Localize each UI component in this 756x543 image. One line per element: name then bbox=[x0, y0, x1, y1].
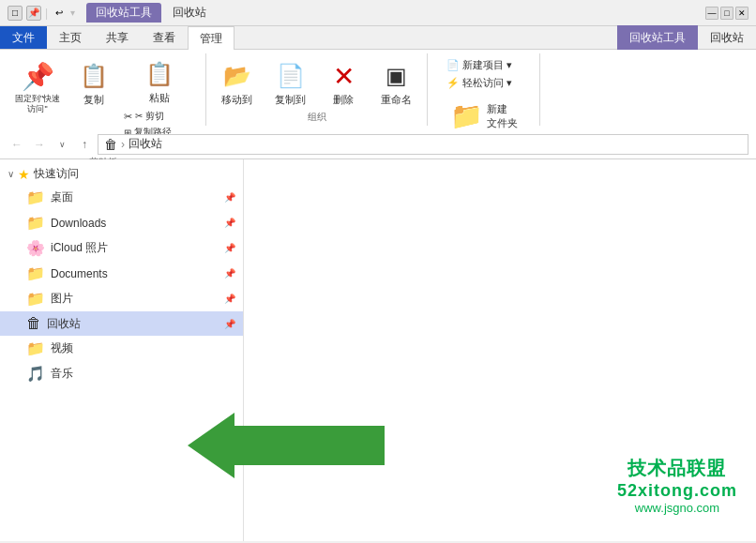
organize-group-label: 组织 bbox=[308, 111, 326, 126]
folder-icon-videos: 📁 bbox=[26, 339, 45, 357]
sidebar-item-desktop[interactable]: 📁 桌面 📌 bbox=[0, 185, 243, 210]
forward-button[interactable]: → bbox=[30, 135, 49, 154]
scissors-icon: ✂ bbox=[124, 111, 132, 123]
pin-icon-documents: 📌 bbox=[224, 268, 235, 279]
minimize-button[interactable]: — bbox=[705, 7, 718, 20]
sidebar-item-downloads-label: Downloads bbox=[51, 217, 106, 230]
address-path-text: 回收站 bbox=[129, 136, 162, 152]
address-separator: › bbox=[121, 138, 125, 151]
paste-button[interactable]: 📋 粘贴 bbox=[137, 57, 182, 107]
paste-icon: 📋 bbox=[144, 59, 174, 89]
title-bar: □ 📌 | ↩ ▾ 回收站工具 回收站 — □ ✕ bbox=[0, 0, 756, 26]
ribbon-context-tab-label: 回收站工具 bbox=[86, 3, 161, 23]
folder-icon-downloads: 📁 bbox=[26, 214, 45, 232]
sidebar-item-pictures-label: 图片 bbox=[51, 291, 73, 307]
tab-home[interactable]: 主页 bbox=[47, 26, 94, 49]
new-item-button[interactable]: 📄 新建项目 ▾ bbox=[443, 57, 516, 73]
tab-recycle-tool[interactable]: 回收站工具 bbox=[617, 25, 698, 50]
back-button[interactable]: ← bbox=[8, 135, 26, 154]
sidebar-item-icloud-photos[interactable]: 🌸 iCloud 照片 📌 bbox=[0, 235, 243, 261]
arrow-head bbox=[188, 413, 234, 478]
star-icon: ★ bbox=[18, 167, 30, 182]
delete-icon: ✕ bbox=[328, 61, 358, 91]
sidebar-item-desktop-label: 桌面 bbox=[51, 189, 73, 205]
title-bar-icons: □ 📌 | ↩ ▾ bbox=[8, 6, 75, 21]
arrow-container bbox=[188, 413, 385, 478]
tab-view[interactable]: 查看 bbox=[141, 26, 188, 49]
pin-icon-downloads: 📌 bbox=[224, 218, 235, 228]
tab-manage[interactable]: 管理 bbox=[188, 26, 234, 50]
copy-to-icon: 📄 bbox=[276, 61, 306, 91]
folder-icon-icloud: 🌸 bbox=[26, 239, 45, 257]
sidebar-item-videos-label: 视频 bbox=[51, 340, 73, 356]
rename-button[interactable]: ▣ 重命名 bbox=[373, 57, 419, 111]
new-item-icon: 📄 bbox=[446, 59, 460, 71]
folder-icon-documents: 📁 bbox=[26, 264, 45, 282]
ribbon-content: 📌 固定到"快速访问" 📋 复制 📋 粘贴 ✂ ✂ 剪切 bbox=[0, 49, 756, 129]
sidebar-item-recycle-bin[interactable]: 🗑 回收站 📌 bbox=[0, 311, 243, 336]
sidebar-item-documents-label: Documents bbox=[51, 267, 108, 280]
easy-access-icon: ⚡ bbox=[446, 77, 460, 89]
arrow-shaft bbox=[234, 426, 385, 465]
folder-icon-recycle: 🗑 bbox=[26, 315, 41, 332]
ribbon-group-new-items: 📄 新建项目 ▾ ⚡ 轻松访问 ▾ 📁 新建 文件夹 bbox=[443, 53, 525, 135]
move-to-button[interactable]: 📂 移动到 bbox=[214, 57, 260, 111]
dropdown-button[interactable]: ∨ bbox=[53, 135, 71, 154]
address-path-icon: 🗑 bbox=[104, 137, 117, 152]
tab-recycle[interactable]: 回收站 bbox=[698, 25, 756, 50]
window-controls[interactable]: — □ ✕ bbox=[705, 7, 748, 20]
sidebar-item-music[interactable]: 🎵 音乐 bbox=[0, 361, 243, 386]
new-folder-icon: 📁 bbox=[450, 100, 483, 131]
tab-file[interactable]: 文件 bbox=[0, 26, 47, 49]
easy-access-button[interactable]: ⚡ 轻松访问 ▾ bbox=[443, 75, 516, 91]
sidebar-item-icloud-label: iCloud 照片 bbox=[51, 240, 108, 256]
sidebar-item-pictures[interactable]: 📁 图片 📌 bbox=[0, 286, 243, 311]
folder-icon-music: 🎵 bbox=[26, 365, 45, 383]
watermark: 技术品联盟 52xitong.com www.jsgno.com bbox=[617, 456, 737, 515]
folder-icon-pictures: 📁 bbox=[26, 290, 45, 308]
sidebar-item-recycle-label: 回收站 bbox=[47, 316, 81, 332]
window-title: 回收站 bbox=[173, 5, 206, 21]
copy-button[interactable]: 📋 复制 bbox=[71, 57, 116, 111]
sidebar: ∨ ★ 快速访问 📁 桌面 📌 📁 Downloads 📌 🌸 iCloud 照… bbox=[0, 159, 244, 541]
close-button[interactable]: ✕ bbox=[735, 7, 748, 20]
sidebar-item-downloads[interactable]: 📁 Downloads 📌 bbox=[0, 210, 243, 235]
tab-share[interactable]: 共享 bbox=[94, 26, 141, 49]
copy-icon: 📋 bbox=[79, 61, 109, 91]
new-folder-button[interactable]: 📁 新建 文件夹 bbox=[443, 97, 525, 135]
chevron-down-icon: ∨ bbox=[8, 169, 14, 179]
sidebar-item-videos[interactable]: 📁 视频 bbox=[0, 336, 243, 361]
watermark-top-text: 技术品联盟 bbox=[617, 456, 737, 481]
sidebar-quick-access-header[interactable]: ∨ ★ 快速访问 bbox=[0, 163, 243, 185]
quick-access-icon[interactable]: 📌 bbox=[26, 6, 41, 21]
pin-icon-pictures: 📌 bbox=[224, 294, 235, 304]
watermark-url-text: www.jsgno.com bbox=[617, 501, 737, 515]
pin-to-quick-access-button[interactable]: 📌 固定到"快速访问" bbox=[8, 57, 68, 118]
maximize-button[interactable]: □ bbox=[720, 7, 733, 20]
watermark-bottom-text: 52xitong.com bbox=[617, 481, 737, 501]
pin-icon-recycle: 📌 bbox=[224, 319, 235, 329]
folder-icon-desktop: 📁 bbox=[26, 189, 45, 206]
rename-icon: ▣ bbox=[382, 61, 412, 91]
cut-button[interactable]: ✂ ✂ 剪切 bbox=[120, 109, 198, 124]
pin-icon-desktop: 📌 bbox=[224, 192, 235, 203]
ribbon-group-organize: 📂 移动到 📄 复制到 ✕ 删除 ▣ 重命名 组织 bbox=[206, 53, 428, 126]
sidebar-item-music-label: 音乐 bbox=[51, 366, 73, 382]
sidebar-quick-access-label: 快速访问 bbox=[34, 166, 79, 182]
sidebar-section-quick-access: ∨ ★ 快速访问 📁 桌面 📌 📁 Downloads 📌 🌸 iCloud 照… bbox=[0, 163, 243, 386]
ribbon-tabs: 文件 主页 共享 查看 管理 回收站工具 回收站 bbox=[0, 26, 756, 49]
move-to-icon: 📂 bbox=[222, 61, 252, 91]
copy-to-button[interactable]: 📄 复制到 bbox=[267, 57, 313, 111]
undo-icon[interactable]: ↩ bbox=[52, 6, 67, 21]
big-arrow bbox=[188, 413, 385, 478]
up-button[interactable]: ↑ bbox=[75, 135, 94, 154]
ribbon-group-clipboard: 📌 固定到"快速访问" 📋 复制 📋 粘贴 ✂ ✂ 剪切 bbox=[0, 53, 206, 126]
address-path[interactable]: 🗑 › 回收站 bbox=[98, 134, 748, 155]
pin-icon-icloud: 📌 bbox=[224, 243, 235, 253]
ribbon-group-new: 📄 新建项目 ▾ ⚡ 轻松访问 ▾ 📁 新建 文件夹 新建 bbox=[428, 53, 540, 126]
delete-button[interactable]: ✕ 删除 bbox=[321, 57, 366, 111]
sidebar-item-documents[interactable]: 📁 Documents 📌 bbox=[0, 261, 243, 286]
ribbon-group-organize-items: 📂 移动到 📄 复制到 ✕ 删除 ▣ 重命名 bbox=[214, 53, 419, 111]
window-icon: □ bbox=[8, 6, 23, 21]
